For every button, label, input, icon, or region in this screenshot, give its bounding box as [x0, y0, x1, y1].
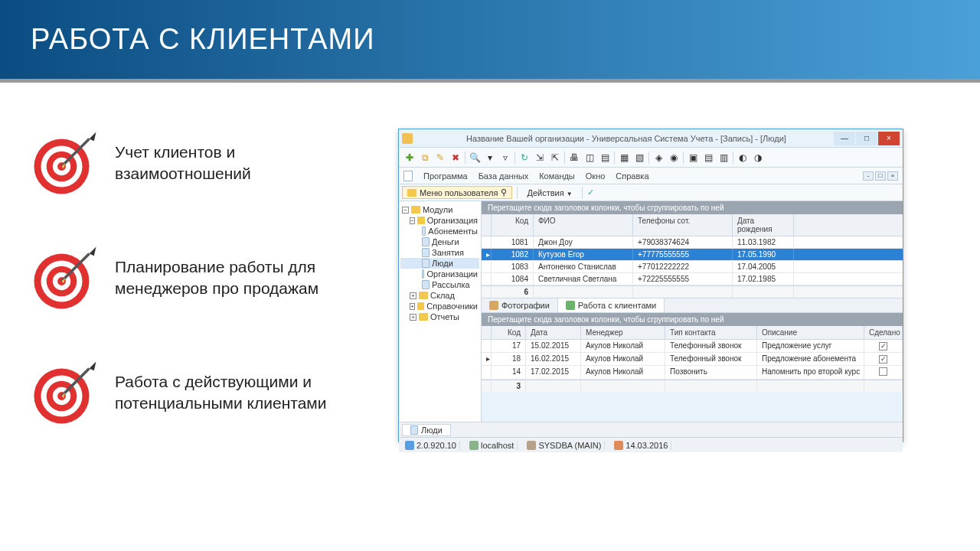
bullet-item: Планирование работы для менеджеров про п…	[31, 243, 368, 312]
table-row[interactable]: 1081Джон Доу+7903837462411.03.1982	[482, 236, 903, 249]
tree-node-organization[interactable]: −Организация	[400, 215, 479, 226]
table-row[interactable]: 1715.02.2015Акулов НиколайТелефонный зво…	[482, 340, 903, 353]
copy-icon[interactable]: ⧉	[419, 152, 431, 164]
bullet-text: Учет клиентов и взаимоотношений	[115, 142, 368, 185]
col2-done[interactable]: Сделано	[864, 326, 903, 339]
menu-commands[interactable]: Команды	[539, 171, 575, 181]
col-fio[interactable]: ФИО	[534, 214, 633, 236]
folder-icon	[417, 302, 424, 310]
tab-photos[interactable]: Фотографии	[482, 298, 558, 312]
search-icon[interactable]: 🔍	[469, 152, 481, 164]
tree-leaf[interactable]: Деньги	[400, 236, 479, 247]
add-icon[interactable]: ✚	[403, 152, 416, 164]
mdi-close-button[interactable]: ×	[887, 171, 898, 181]
page-icon	[422, 248, 430, 257]
checkbox[interactable]	[879, 367, 887, 376]
menu-help[interactable]: Справка	[616, 171, 648, 181]
maximize-button[interactable]: □	[856, 132, 877, 145]
contacts-grid: Код Дата Менеджер Тип контакта Описание …	[482, 326, 903, 392]
refresh-icon[interactable]: ↻	[518, 152, 531, 164]
menu-database[interactable]: База данных	[479, 171, 529, 181]
tree-leaf[interactable]: Абонементы	[400, 226, 479, 236]
tool-icon[interactable]: ◑	[752, 152, 764, 164]
table-row[interactable]: 1083Антоненко Станислав+7701222222217.04…	[482, 261, 903, 273]
clear-filter-icon[interactable]: ▿	[499, 152, 511, 164]
tool-icon[interactable]: ▥	[717, 152, 730, 164]
tree-leaf-people[interactable]: Люди	[400, 258, 479, 269]
check-icon[interactable]: ✓	[587, 187, 594, 197]
col-code[interactable]: Код	[492, 214, 534, 236]
import-icon[interactable]: ⇱	[549, 152, 561, 164]
table-row[interactable]: 1417.02.2015Акулов НиколайПозвонитьНапом…	[482, 366, 903, 380]
filter-icon[interactable]: ▾	[484, 152, 496, 164]
close-button[interactable]: ×	[878, 132, 900, 145]
tool-icon[interactable]: ▧	[633, 152, 645, 164]
page-icon	[422, 280, 430, 289]
target-icon	[31, 358, 100, 427]
tree-leaf[interactable]: Организации	[400, 269, 479, 279]
tool-icon[interactable]: ◈	[652, 152, 665, 164]
table-row[interactable]: ▸1816.02.2015Акулов НиколайТелефонный зв…	[482, 353, 903, 366]
target-icon	[31, 129, 100, 197]
page-icon	[422, 227, 426, 236]
col-birthdate[interactable]: Дата рождения	[733, 214, 794, 236]
window-title: Название Вашей организации - Универсальн…	[419, 134, 834, 143]
mdi-restore-button[interactable]: □	[875, 171, 886, 181]
tree-node[interactable]: +Справочники	[400, 301, 479, 311]
bullet-item: Учет клиентов и взаимоотношений	[31, 129, 368, 197]
tree-node[interactable]: +Отчеты	[400, 311, 479, 322]
folder-icon	[411, 206, 420, 214]
user-menu-button[interactable]: Меню пользователя ⚲	[402, 186, 512, 199]
tool-icon[interactable]: ▤	[702, 152, 714, 164]
export-icon[interactable]: ⇲	[534, 152, 546, 164]
col2-type[interactable]: Тип контакта	[665, 326, 757, 339]
tree-node[interactable]: +Склад	[400, 290, 479, 301]
actions-dropdown[interactable]: Действия ▼	[522, 187, 577, 198]
folder-icon	[407, 189, 416, 197]
page-icon	[422, 269, 424, 279]
minimize-button[interactable]: —	[834, 132, 855, 145]
tool-icon[interactable]: ◐	[737, 152, 749, 164]
col2-code[interactable]: Код	[492, 326, 526, 339]
status-user: SYSDBA (MAIN)	[538, 441, 601, 450]
col2-date[interactable]: Дата	[526, 326, 581, 339]
tool-icon[interactable]: ◫	[583, 152, 596, 164]
mdi-minimize-button[interactable]: -	[863, 171, 874, 181]
bottom-tab-people[interactable]: Люди	[402, 424, 451, 436]
checkbox[interactable]: ✓	[879, 355, 887, 364]
menu-program[interactable]: Программа	[423, 171, 468, 181]
group-panel[interactable]: Перетащите сюда заголовок колонки, чтобы…	[482, 201, 903, 214]
print-icon[interactable]: 🖶	[568, 152, 580, 164]
tree-leaf[interactable]: Занятия	[400, 247, 479, 258]
pin-icon: ⚲	[501, 187, 507, 197]
tree-node-modules[interactable]: −Модули	[400, 204, 479, 215]
tool-icon[interactable]: ▦	[618, 152, 630, 164]
app-window: Название Вашей организации - Универсальн…	[398, 129, 903, 442]
version-icon	[405, 441, 414, 450]
folder-icon	[419, 292, 428, 299]
tab-client-work[interactable]: Работа с клиентами	[558, 298, 665, 312]
grid2-count: 3	[492, 380, 526, 392]
edit-icon[interactable]: ✎	[434, 152, 446, 164]
delete-icon[interactable]: ✖	[449, 152, 462, 164]
tree-leaf[interactable]: Рассылка	[400, 279, 479, 290]
checkbox[interactable]: ✓	[879, 342, 887, 350]
status-version: 2.0.920.10	[416, 441, 456, 450]
server-icon	[469, 441, 479, 450]
tool-icon[interactable]: ◉	[668, 152, 680, 164]
menu-window[interactable]: Окно	[586, 171, 606, 181]
tool-icon[interactable]: ▤	[599, 152, 611, 164]
navigation-tree: −Модули −Организация Абонементы Деньги З…	[399, 201, 482, 422]
status-host: localhost	[481, 441, 514, 450]
table-row[interactable]: ▸1082Кутузов Егор+7777555555517.05.1990	[482, 249, 903, 261]
col2-manager[interactable]: Менеджер	[581, 326, 665, 339]
col-tel[interactable]: Телефоны сот.	[633, 214, 733, 236]
tool-icon[interactable]: ▣	[687, 152, 699, 164]
bullet-text: Работа с действующими и потенциальными к…	[115, 371, 368, 415]
group-panel-2[interactable]: Перетащите сюда заголовок колонки, чтобы…	[482, 313, 903, 326]
folder-open-icon	[417, 217, 424, 224]
col2-desc[interactable]: Описание	[757, 326, 864, 339]
bullet-list: Учет клиентов и взаимоотношений Планиров…	[31, 129, 368, 473]
bullet-item: Работа с действующими и потенциальными к…	[31, 358, 368, 427]
table-row[interactable]: 1084Светличная Светлана+7222555555517.02…	[482, 273, 903, 285]
